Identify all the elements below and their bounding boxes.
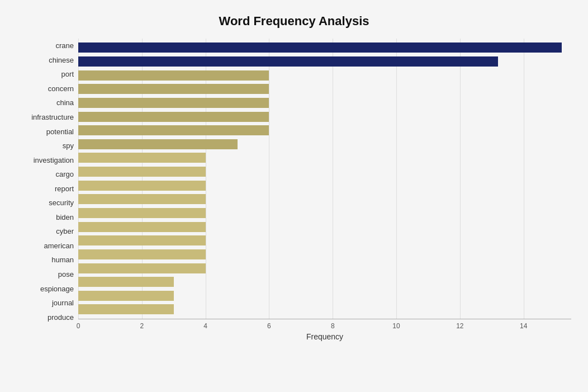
bar [78,304,174,314]
y-label: potential [46,128,74,135]
bar [78,249,206,259]
bars-area [78,39,571,319]
y-label: china [56,99,74,106]
x-tick-label: 0 [70,322,87,330]
y-label: journal [52,299,74,306]
bar-row [78,221,571,233]
bar [78,263,206,273]
bar-row [78,69,571,82]
y-label: human [51,256,74,263]
y-label: investigation [34,157,74,164]
bar-row [78,41,571,54]
y-label: port [61,70,74,78]
y-label: espionage [40,285,74,292]
bar-row [78,55,571,68]
y-label: chinese [49,56,74,64]
bar-row [78,83,571,95]
bar-row [78,97,571,109]
x-tick-label: 4 [197,322,214,330]
bar [78,125,269,135]
y-label: cyber [56,228,74,235]
y-label: cargo [55,171,74,178]
bars-wrapper [78,39,571,319]
bar [78,98,269,108]
x-tick-label: 10 [388,322,405,330]
bar-row [78,262,571,275]
bar [78,167,206,177]
bar-row [78,207,571,219]
y-label: spy [63,142,74,149]
bar [78,112,269,122]
x-tick-label: 2 [134,322,150,330]
y-label: security [49,199,74,206]
y-label: concern [48,85,74,92]
x-axis-title: Frequency [78,332,571,341]
bar [78,84,269,94]
bar-row [78,290,571,302]
y-label: report [55,185,74,192]
bar [78,181,206,191]
bar [78,42,562,53]
bar [78,222,206,232]
chart-area: cranechineseportconcernchinainfrastructu… [17,39,571,341]
bars-and-xaxis: 02468101214 Frequency [78,39,571,341]
chart-title: Word Frequency Analysis [17,11,571,29]
y-label: pose [58,271,74,278]
y-label: crane [55,42,74,49]
bar [78,277,174,287]
bar-row [78,303,571,315]
bar-row [78,234,571,247]
bar [78,70,269,81]
chart-container: Word Frequency Analysis cranechineseport… [0,0,588,392]
bar-row [78,138,571,150]
y-label: biden [56,214,74,221]
y-label: infrastructure [31,114,74,121]
x-tick-label: 6 [260,322,277,330]
bar-row [78,180,571,192]
bar [78,235,206,245]
y-label: american [44,242,74,249]
bar-row [78,166,571,178]
bar [78,194,206,204]
bar-row [78,152,571,164]
bar-row [78,124,571,136]
x-tick-labels: 02468101214 [78,322,571,329]
bar [78,153,206,163]
y-label: produce [48,314,74,321]
bar [78,291,174,301]
x-tick-label: 8 [324,322,341,330]
bar-row [78,248,571,261]
x-axis: 02468101214 Frequency [78,319,571,341]
bar [78,139,238,149]
x-tick-label: 14 [515,322,532,330]
x-axis-line [78,319,571,319]
bar [78,208,206,218]
bar-row [78,111,571,123]
bar-row [78,276,571,288]
y-axis-labels: cranechineseportconcernchinainfrastructu… [17,39,78,341]
bar [78,56,498,67]
x-tick-label: 12 [452,322,468,330]
bar-row [78,193,571,205]
